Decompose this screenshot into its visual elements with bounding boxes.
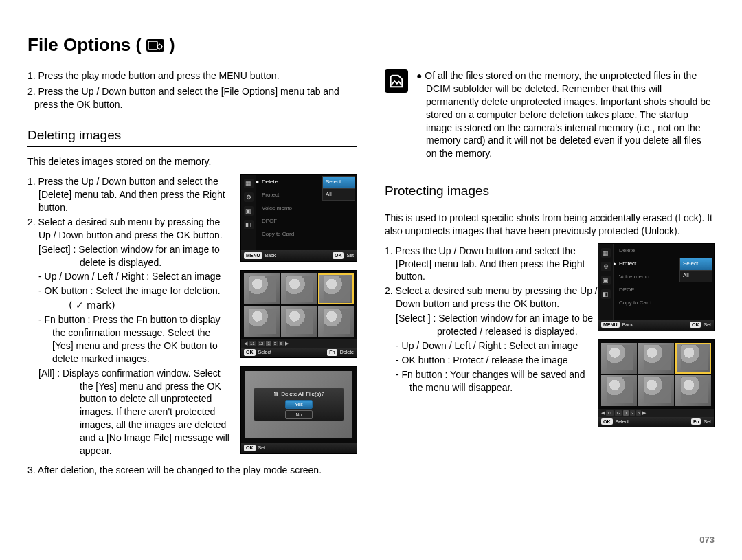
note-icon	[385, 69, 408, 93]
tab-icon: ▣	[601, 276, 611, 285]
title-close: )	[169, 34, 175, 56]
tab-icon: ◧	[244, 220, 254, 229]
trash-icon: 🗑	[273, 391, 279, 399]
protecting-heading: Protecting images	[385, 182, 715, 200]
submenu-all: All	[679, 270, 712, 282]
del-step-2: 2. Select a desired sub menu by pressing…	[27, 216, 234, 242]
menu-item-voicememo: Voice memo	[258, 202, 355, 214]
menu-item-delete: Delete	[615, 245, 712, 258]
page: 11	[606, 410, 614, 416]
del-ok: - OK button : Select the image for delet…	[27, 284, 234, 298]
thumb-selected	[675, 343, 711, 374]
thumb	[244, 273, 280, 304]
prot-step-2: 2. Select a desired sub menu by pressing…	[385, 284, 598, 311]
pager-left-icon: ◀	[244, 340, 247, 346]
page-current: 1	[623, 410, 628, 416]
key-chip: MENU	[244, 252, 262, 258]
bar-set-label: Set	[346, 252, 354, 258]
bar-delete-label: Delete	[340, 349, 354, 355]
key-chip: Fn	[327, 349, 337, 355]
lcd-delete-select: ◀ 11 12 1 3 5 ▶ OK Select Fn Delete	[240, 270, 357, 358]
lcd-delete-all: 🗑Delete All File(s)? Yes No OK Set	[240, 366, 357, 454]
thumb	[318, 306, 354, 337]
menu-item-copy: Copy to Card	[615, 298, 712, 310]
submenu-all: All	[322, 188, 355, 201]
left-column: 1. Press the play mode button and press …	[27, 69, 357, 478]
bar-back-label: Back	[622, 322, 633, 328]
page: 5	[636, 410, 641, 416]
page-current: 1	[266, 341, 271, 346]
lcd-delete-menu: ▦ ⚙ ▣ ◧ ▸Delete Protect Voice memo DPOF …	[240, 174, 357, 262]
prot-ok: - OK button : Protect / release the imag…	[385, 354, 598, 367]
key-chip: OK	[601, 418, 613, 425]
page: 11	[249, 341, 256, 346]
page: 3	[273, 341, 278, 346]
bar-select-label: Select	[616, 418, 629, 425]
del-select-def: [Select] : Selection window for an image…	[27, 243, 234, 269]
deleting-heading: Deleting images	[27, 126, 357, 144]
menu-item-copy: Copy to Card	[258, 228, 355, 240]
protecting-lead: This is used to protect specific shots f…	[385, 212, 715, 238]
tab-icon: ▣	[244, 206, 254, 216]
section-rule	[27, 146, 357, 147]
del-all: [All] : Displays confirmation window. Se…	[27, 367, 234, 458]
menu-item-dpof: DPOF	[615, 284, 712, 297]
deleting-lead: This deletes images stored on the memory…	[27, 155, 357, 168]
thumb	[638, 375, 674, 406]
key-chip: OK	[244, 445, 256, 451]
dialog-title: Delete All File(s)?	[281, 391, 324, 399]
thumb-selected	[318, 273, 354, 304]
key-chip: Fn	[691, 418, 701, 425]
submenu-select: Select	[679, 258, 712, 270]
prot-udlr: - Up / Down / Left / Right : Select an i…	[385, 339, 598, 352]
tab-icon: ⚙	[601, 262, 611, 271]
file-options-icon	[146, 38, 165, 52]
del-fn: - Fn button : Press the Fn button to dis…	[27, 313, 234, 366]
right-column: ● Of all the files stored on the memory,…	[385, 69, 715, 478]
bar-set-label: Set	[704, 418, 711, 425]
key-chip: OK	[333, 252, 344, 258]
pager-right-icon: ▶	[642, 410, 646, 416]
prot-fn: - Fn button : Your changes will be saved…	[385, 368, 598, 394]
thumb	[244, 306, 280, 337]
submenu-select: Select	[322, 176, 355, 188]
intro-step-2: 2. Press the Up / Down button and select…	[27, 85, 357, 111]
thumb	[601, 375, 637, 406]
menu-item-dpof: DPOF	[258, 215, 355, 227]
tab-icon: ▦	[601, 248, 611, 258]
del-step-3: 3. After deletion, the screen will be ch…	[27, 464, 357, 477]
tab-icon: ▦	[244, 179, 254, 188]
bar-select-label: Select	[258, 349, 271, 355]
del-step-1: 1. Press the Up / Down button and select…	[27, 175, 234, 214]
key-chip: OK	[690, 322, 701, 328]
page-title: File Options ( )	[27, 34, 715, 56]
thumb	[675, 375, 711, 406]
title-text: File Options (	[27, 34, 142, 56]
page: 5	[279, 341, 284, 346]
del-udlr: - Up / Down / Left / Right : Select an i…	[27, 270, 234, 283]
tab-icon: ◧	[601, 289, 611, 299]
bar-back-label: Back	[265, 252, 276, 258]
pager-left-icon: ◀	[601, 410, 605, 416]
prot-select-def: [Select ] : Selection window for an imag…	[385, 312, 598, 338]
thumb	[638, 343, 674, 374]
bar-set-label: Set	[704, 322, 711, 328]
section-rule	[385, 203, 715, 203]
note-text: ● Of all the files stored on the memory,…	[416, 69, 715, 160]
key-chip: OK	[244, 349, 256, 355]
tab-icon: ⚙	[244, 192, 254, 202]
intro-step-1: 1. Press the play mode button and press …	[27, 69, 357, 82]
lcd-protect-select: ◀ 11 12 1 3 5 ▶ OK Select Fn Set	[598, 339, 715, 427]
bar-set-label: Set	[258, 445, 266, 451]
thumb	[601, 343, 637, 374]
prot-step-1: 1. Press the Up / Down button and select…	[385, 245, 598, 284]
page-number: 073	[699, 535, 715, 545]
key-chip: MENU	[601, 322, 620, 328]
dialog-yes: Yes	[285, 400, 313, 409]
pager-right-icon: ▶	[285, 340, 289, 346]
lcd-protect-menu: ▦ ⚙ ▣ ◧ Delete ▸Protect Voice memo DPOF …	[598, 243, 715, 331]
note-box: ● Of all the files stored on the memory,…	[385, 69, 715, 161]
thumb	[281, 306, 317, 337]
thumb	[281, 273, 317, 304]
page: 12	[615, 410, 622, 416]
